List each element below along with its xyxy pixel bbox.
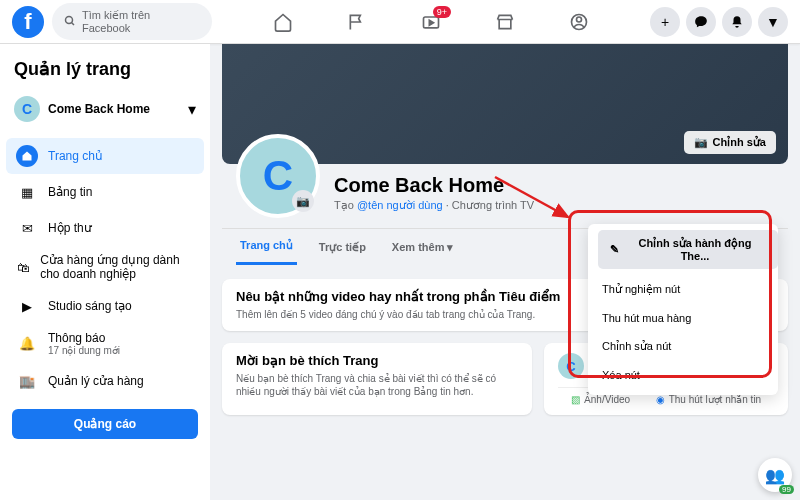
shop-icon: 🏬 bbox=[16, 370, 38, 392]
sidebar-item-newsfeed[interactable]: ▦Bảng tin bbox=[6, 174, 204, 210]
page-selector[interactable]: C Come Back Home ▾ bbox=[6, 90, 204, 128]
messenger-icon: ◉ bbox=[656, 394, 665, 405]
home-icon bbox=[16, 145, 38, 167]
card-title: Mời bạn bè thích Trang bbox=[236, 353, 518, 368]
create-username-link[interactable]: @tên người dùng bbox=[357, 199, 443, 211]
avatar-letter: C bbox=[263, 152, 293, 200]
notifications-icon[interactable] bbox=[722, 7, 752, 37]
tab-home[interactable]: Trang chủ bbox=[236, 229, 297, 265]
page-subtitle: Tạo @tên người dùng · Chương trình TV bbox=[334, 199, 534, 212]
cta-dropdown: ✎Chỉnh sửa hành động The... Thử nghiệm n… bbox=[588, 224, 778, 395]
edit-cover-button[interactable]: 📷Chỉnh sửa bbox=[684, 131, 776, 154]
watch-badge: 9+ bbox=[433, 6, 451, 18]
camera-icon[interactable]: 📷 bbox=[292, 190, 314, 212]
sidebar-item-sublabel: 17 nội dung mới bbox=[48, 345, 120, 356]
chevron-down-icon: ▾ bbox=[188, 100, 196, 119]
edit-cover-label: Chỉnh sửa bbox=[713, 136, 766, 149]
edit-cta-button[interactable]: ✎Chỉnh sửa hành động The... bbox=[598, 230, 778, 269]
post-action-message[interactable]: ◉Thu hút lượt nhắn tin bbox=[656, 394, 762, 405]
sidebar-item-creator[interactable]: ▶Studio sáng tạo bbox=[6, 288, 204, 324]
main-content: 📷Chỉnh sửa C📷 Come Back Home Tạo @tên ng… bbox=[210, 44, 800, 500]
camera-icon: 📷 bbox=[694, 136, 708, 149]
sidebar-item-appstore[interactable]: 🛍Cửa hàng ứng dụng dành cho doanh nghiệp bbox=[6, 246, 204, 288]
tab-live[interactable]: Trực tiếp bbox=[315, 231, 370, 264]
page-avatar[interactable]: C📷 bbox=[236, 134, 320, 218]
facebook-logo[interactable]: f bbox=[12, 6, 44, 38]
contacts-count: 99 bbox=[779, 485, 794, 494]
sidebar-item-label: Hộp thư bbox=[48, 221, 92, 235]
pencil-icon: ✎ bbox=[610, 243, 619, 256]
sidebar-title: Quản lý trang bbox=[6, 54, 204, 90]
svg-line-1 bbox=[72, 22, 75, 25]
dropdown-item-edit[interactable]: Chỉnh sửa nút bbox=[588, 332, 778, 361]
bag-icon: 🛍 bbox=[16, 256, 30, 278]
sidebar: Quản lý trang C Come Back Home ▾ Trang c… bbox=[0, 44, 210, 500]
sidebar-item-label: Cửa hàng ứng dụng dành cho doanh nghiệp bbox=[40, 253, 194, 281]
sidebar-item-label: Quản lý cửa hàng bbox=[48, 374, 144, 388]
dropdown-item-delete[interactable]: Xóa nút bbox=[588, 361, 778, 389]
sidebar-item-label: Thông báo bbox=[48, 331, 120, 345]
messenger-icon[interactable] bbox=[686, 7, 716, 37]
nav-center: 9+ bbox=[212, 10, 650, 34]
sidebar-item-home[interactable]: Trang chủ bbox=[6, 138, 204, 174]
post-action-photo[interactable]: ▧Ảnh/Video bbox=[571, 394, 630, 405]
sidebar-item-notifications[interactable]: 🔔Thông báo17 nội dung mới bbox=[6, 324, 204, 363]
marketplace-icon[interactable] bbox=[493, 10, 517, 34]
topbar-right: + ▼ bbox=[650, 7, 788, 37]
account-menu-icon[interactable]: ▼ bbox=[758, 7, 788, 37]
cta-button-label: Chỉnh sửa hành động The... bbox=[624, 237, 766, 262]
post-avatar: C bbox=[558, 353, 584, 379]
page-title: Come Back Home bbox=[334, 174, 534, 197]
post-action-label: Thu hút lượt nhắn tin bbox=[669, 394, 762, 405]
search-input[interactable]: Tìm kiếm trên Facebook bbox=[52, 3, 212, 40]
sidebar-item-label: Studio sáng tạo bbox=[48, 299, 132, 313]
post-action-label: Ảnh/Video bbox=[584, 394, 630, 405]
search-placeholder: Tìm kiếm trên Facebook bbox=[82, 9, 200, 34]
photo-icon: ▧ bbox=[571, 394, 580, 405]
page-name: Come Back Home bbox=[48, 102, 180, 116]
studio-icon: ▶ bbox=[16, 295, 38, 317]
svg-point-0 bbox=[66, 16, 73, 23]
dropdown-item-purchases[interactable]: Thu hút mua hàng bbox=[588, 304, 778, 332]
advertise-button[interactable]: Quảng cáo bbox=[12, 409, 198, 439]
inbox-icon: ✉ bbox=[16, 217, 38, 239]
create-button[interactable]: + bbox=[650, 7, 680, 37]
invite-friends-card: Mời bạn bè thích Trang Nếu bạn bè thích … bbox=[222, 343, 532, 415]
profile-header: C📷 Come Back Home Tạo @tên người dùng · … bbox=[222, 164, 788, 218]
tab-more[interactable]: Xem thêm ▾ bbox=[388, 231, 458, 264]
sidebar-item-label: Bảng tin bbox=[48, 185, 92, 199]
flag-icon[interactable] bbox=[345, 10, 369, 34]
groups-icon[interactable] bbox=[567, 10, 591, 34]
search-icon bbox=[64, 13, 76, 31]
page-avatar-small: C bbox=[14, 96, 40, 122]
sidebar-item-commerce[interactable]: 🏬Quản lý cửa hàng bbox=[6, 363, 204, 399]
home-icon[interactable] bbox=[271, 10, 295, 34]
topbar: f Tìm kiếm trên Facebook 9+ + ▼ bbox=[0, 0, 800, 44]
card-subtitle: Nếu bạn bè thích Trang và chia sẻ bài vi… bbox=[236, 372, 518, 398]
watch-icon[interactable]: 9+ bbox=[419, 10, 443, 34]
bell-icon: 🔔 bbox=[16, 333, 38, 355]
dropdown-item-test[interactable]: Thử nghiệm nút bbox=[588, 275, 778, 304]
svg-point-4 bbox=[577, 17, 582, 22]
sidebar-item-label: Trang chủ bbox=[48, 149, 103, 163]
floating-contacts-button[interactable]: 👥 99 bbox=[758, 458, 792, 492]
people-icon: 👥 bbox=[765, 466, 785, 485]
feed-icon: ▦ bbox=[16, 181, 38, 203]
sidebar-item-inbox[interactable]: ✉Hộp thư bbox=[6, 210, 204, 246]
